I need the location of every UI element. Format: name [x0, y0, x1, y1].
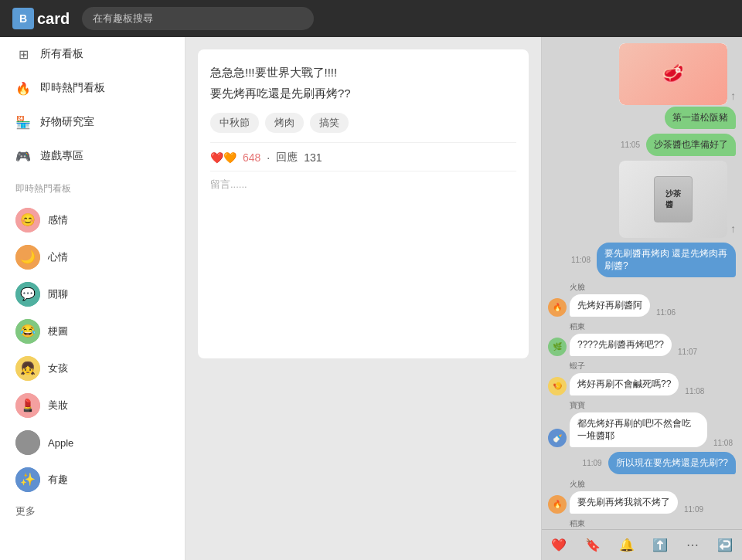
comment-input[interactable]: 留言......: [210, 171, 516, 198]
chat-messages-list: ↑ 🥩 第一道松阪豬 沙茶醬也準備好了 11:05: [542, 37, 742, 529]
good-stuff-label: 好物研究室: [40, 115, 94, 129]
chat-time-5: 11:06: [656, 308, 676, 317]
food-image: 🥩: [619, 43, 727, 105]
meme-label: 梗圖: [48, 324, 68, 338]
sidebar-item-apple[interactable]: Apple: [0, 424, 185, 461]
tag-mid-autumn[interactable]: 中秋節: [210, 113, 259, 133]
apple-label: Apple: [48, 437, 73, 449]
fun-label: 有趣: [48, 473, 68, 487]
sidebar-item-good-stuff[interactable]: 🏪 好物研究室: [0, 105, 185, 139]
svg-text:🌙: 🌙: [20, 249, 36, 264]
apple-avatar: [15, 430, 40, 455]
chat-avatar: 💬: [15, 282, 40, 307]
chat-bubble-row-6: 🌿 ????先刷醬再烤吧?? 11:07: [548, 334, 700, 356]
tag-bbq[interactable]: 烤肉: [265, 113, 304, 133]
chat-bubble-row-3: ↑ 沙茶醬: [619, 161, 736, 238]
post-area: 急急急!!!要世界大戰了!!!! 要先烤再吃還是先刷再烤?? 中秋節 烤肉 搞笑…: [186, 37, 541, 560]
share-up-icon[interactable]: ⬆️: [649, 535, 671, 555]
bookmark-icon[interactable]: 🔖: [582, 535, 604, 555]
feelings-avatar: 😊: [15, 208, 40, 232]
sidebar-item-meme[interactable]: 😂 梗圖: [0, 313, 185, 350]
sidebar-item-fun[interactable]: ✨ 有趣: [0, 461, 185, 498]
chat-footer: ❤️ 🔖 🔔 ⬆️ ⋯ ↩️: [542, 529, 742, 560]
svg-text:😊: 😊: [20, 212, 36, 227]
sidebar-item-chat[interactable]: 💬 閒聊: [0, 276, 185, 313]
sauce-image: 沙茶醬: [619, 161, 727, 238]
gaming-icon: 🎮: [15, 148, 31, 164]
chat-msg-2: 沙茶醬也準備好了 11:05: [548, 134, 736, 156]
sidebar-item-girls[interactable]: 👧 女孩: [0, 350, 185, 387]
all-boards-icon: ⊞: [15, 46, 31, 62]
bubble-question2: 所以現在要先烤還是先刷??: [608, 452, 736, 474]
chat-time-9: 11:09: [583, 459, 602, 467]
heart-icon[interactable]: ❤️: [548, 535, 570, 555]
bubble-baby-1: 都先烤好再刷的吧!不然會吃一堆醬耶: [570, 412, 707, 448]
search-placeholder-text: 在有趣板搜尋: [93, 12, 153, 24]
bubble-shrimp-1: 烤好再刷不會鹹死嗎??: [570, 373, 679, 395]
post-body: 急急急!!!要世界大戰了!!!! 要先烤再吃還是先刷再烤??: [210, 62, 516, 104]
more-button[interactable]: 更多: [0, 498, 185, 524]
chat-msg-10: 火臉 🔥 要先刷再烤我就不烤了 11:09: [548, 479, 736, 514]
post-card: 急急急!!!要世界大戰了!!!! 要先烤再吃還是先刷再烤?? 中秋節 烤肉 搞笑…: [198, 49, 529, 358]
chat-bubble-row-7: 🍤 烤好再刷不會鹹死嗎?? 11:08: [548, 373, 707, 395]
sidebar-item-gaming[interactable]: 🎮 遊戲專區: [0, 139, 185, 173]
bubble-pork-caption: 第一道松阪豬: [665, 107, 736, 129]
svg-text:✨: ✨: [20, 472, 36, 487]
chat-msg-6: 稻東 🌿 ????先刷醬再烤吧?? 11:07: [548, 321, 736, 356]
more-options-icon[interactable]: ⋯: [683, 535, 702, 555]
post-reactions: ❤️🧡 648 · 回應 131: [210, 142, 516, 165]
sender-name-11: 稻東: [570, 518, 585, 529]
logo-icon: B: [12, 8, 34, 29]
sidebar-item-beauty[interactable]: 💄 美妝: [0, 387, 185, 424]
sender-name-10: 火臉: [570, 479, 585, 490]
bubble-sauce-caption: 沙茶醬也準備好了: [646, 134, 736, 156]
chat-bubble-row-5: 🔥 先烤好再刷醬阿 11:06: [548, 294, 679, 317]
mood-avatar: 🌙: [15, 245, 40, 270]
svg-text:💬: 💬: [20, 287, 36, 301]
share-icon-1[interactable]: ↑: [730, 90, 736, 102]
sidebar-item-feelings[interactable]: 😊 感情: [0, 202, 185, 239]
chat-msg-11: 稻東 🌿 要先烤再刷的話我也不烤了 11:10: [548, 518, 736, 529]
chat-time-8: 11:08: [713, 439, 733, 447]
content-area: 急急急!!!要世界大戰了!!!! 要先烤再吃還是先刷再烤?? 中秋節 烤肉 搞笑…: [186, 37, 541, 560]
avatar-fire-10: 🔥: [548, 495, 567, 514]
search-bar[interactable]: 在有趣板搜尋: [82, 7, 314, 30]
sidebar-item-mood[interactable]: 🌙 心情: [0, 239, 185, 276]
sender-name-6: 稻東: [570, 321, 585, 332]
post-line2: 要先烤再吃還是先刷再烤??: [210, 83, 516, 104]
chat-panel: ↑ 🥩 第一道松阪豬 沙茶醬也準備好了 11:05: [541, 37, 742, 560]
chat-time-6: 11:07: [678, 348, 697, 356]
chat-time-7: 11:08: [685, 387, 704, 395]
main-layout: ⊞ 所有看板 🔥 即時熱門看板 🏪 好物研究室 🎮 遊戲專區 即時熱門看板 😊 …: [0, 37, 742, 560]
beauty-avatar: 💄: [15, 393, 40, 418]
bubble-fire-1: 先烤好再刷醬阿: [570, 294, 650, 317]
app-logo[interactable]: B card: [12, 8, 70, 29]
app-header: B card 在有趣板搜尋: [0, 0, 742, 37]
sidebar-item-all-boards[interactable]: ⊞ 所有看板: [0, 37, 185, 71]
sidebar-item-hot-boards[interactable]: 🔥 即時熱門看板: [0, 71, 185, 105]
girls-avatar: 👧: [15, 356, 40, 381]
avatar-baby-8: 🍼: [548, 429, 567, 447]
sender-name-8: 寶寶: [570, 400, 585, 411]
chat-msg-1: ↑ 🥩 第一道松阪豬: [548, 43, 736, 129]
bubble-dao-1: ????先刷醬再烤吧??: [570, 334, 672, 356]
hot-boards-section-title: 即時熱門看板: [0, 176, 185, 202]
share-icon-3[interactable]: ↑: [730, 222, 736, 235]
tag-funny[interactable]: 搞笑: [310, 113, 349, 133]
reply-label: 回應: [276, 151, 298, 165]
chat-msg-9: 所以現在要先烤還是先刷?? 11:09: [548, 452, 736, 474]
svg-text:👧: 👧: [20, 361, 36, 375]
girls-label: 女孩: [48, 361, 68, 375]
meme-avatar: 😂: [15, 319, 40, 344]
sauce-can: 沙茶醬: [654, 176, 693, 222]
chat-time-10: 11:09: [684, 505, 703, 514]
good-stuff-icon: 🏪: [15, 114, 31, 130]
beauty-label: 美妝: [48, 399, 68, 412]
chat-bubble-row-10: 🔥 要先刷再烤我就不烤了 11:09: [548, 491, 706, 514]
reaction-emoji[interactable]: ❤️🧡: [210, 151, 237, 164]
logo-text: card: [37, 10, 70, 28]
chat-bubble-row-8: 🍼 都先烤好再刷的吧!不然會吃一堆醬耶 11:08: [548, 412, 736, 448]
reply-icon[interactable]: ↩️: [714, 535, 736, 555]
sidebar: ⊞ 所有看板 🔥 即時熱門看板 🏪 好物研究室 🎮 遊戲專區 即時熱門看板 😊 …: [0, 37, 186, 560]
bell-icon[interactable]: 🔔: [616, 535, 638, 555]
